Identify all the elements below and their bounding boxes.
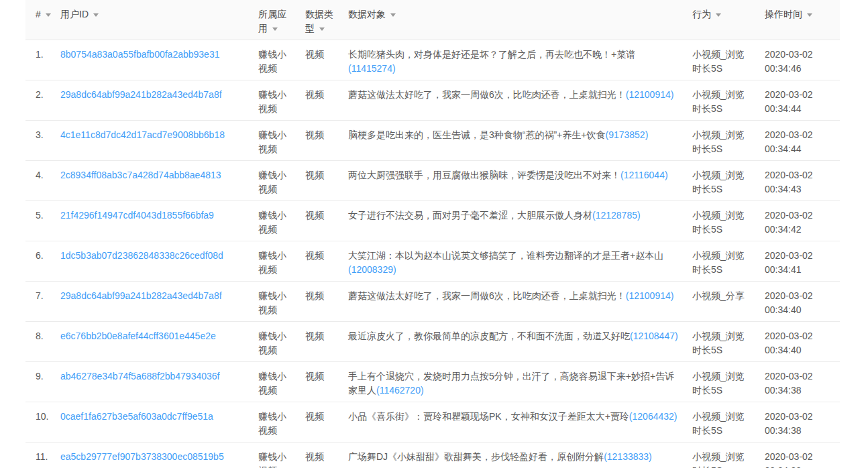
app-name: 赚钱小视频 <box>258 451 286 468</box>
data-object-id-link[interactable]: (9173852) <box>605 129 648 140</box>
data-type: 视频 <box>305 331 324 341</box>
data-type: 视频 <box>305 170 324 180</box>
data-object-cell: 蘑菇这做法太好吃了，我家一周做6次，比吃肉还香，上桌就扫光！(12100914) <box>348 80 692 121</box>
data-object-cell: 大笑江湖：本以为赵本山说英文够搞笑了，谁料旁边翻译的才是王者+赵本山(12008… <box>348 241 692 282</box>
behavior-duration: 时长5S <box>692 62 759 76</box>
user-id-link[interactable]: 0caef1fa627b3e5af603a0dc7ff9e51a <box>60 411 213 422</box>
behavior-cell: 小视频_浏览时长5S <box>692 362 765 402</box>
row-index: 3. <box>25 121 60 161</box>
column-header-data-type[interactable]: 数据类型 <box>305 0 348 40</box>
data-object-id-link[interactable]: (12100914) <box>626 290 674 301</box>
operation-time-cell: 2020-03-0200:34:38 <box>765 362 840 402</box>
app-name: 赚钱小视频 <box>258 250 286 275</box>
column-header-app[interactable]: 所属应用 <box>258 0 305 40</box>
chevron-down-icon[interactable] <box>390 13 396 17</box>
user-id-link[interactable]: 29a8dc64abf99a241b282a43ed4b7a8f <box>60 89 222 100</box>
behavior-duration: 时长5S <box>692 182 759 196</box>
operation-time-cell: 2020-03-0200:34:40 <box>765 282 840 322</box>
data-object-id-link[interactable]: (12064432) <box>629 411 677 422</box>
operation-date: 2020-03-02 <box>765 369 840 384</box>
app-cell: 赚钱小视频 <box>258 322 305 362</box>
data-object-id-link[interactable]: (11462720) <box>376 385 424 396</box>
chevron-down-icon[interactable] <box>272 27 278 31</box>
data-object-text: 长期吃猪头肉，对身体是好还是坏？了解之后，再去吃也不晚！+菜谱 <box>348 49 635 60</box>
user-id-link[interactable]: 1dc5b3ab07d23862848338c26cedf08d <box>60 250 223 261</box>
chevron-down-icon[interactable] <box>93 13 99 17</box>
operation-time: 00:34:41 <box>765 263 840 277</box>
user-id-link[interactable]: 29a8dc64abf99a241b282a43ed4b7a8f <box>60 290 222 301</box>
table-row: 7. 29a8dc64abf99a241b282a43ed4b7a8f 赚钱小视… <box>25 282 840 322</box>
data-object-id-link[interactable]: (12116044) <box>620 170 668 180</box>
user-id-link[interactable]: ea5cb29777ef907b3738300ec08519b5 <box>60 451 224 462</box>
data-object-id-link[interactable]: (12008329) <box>348 264 396 275</box>
user-id-link[interactable]: 4c1e11c8d7dc42d17acd7e9008bb6b18 <box>60 129 225 140</box>
data-type-cell: 视频 <box>305 282 348 322</box>
user-id-cell: 1dc5b3ab07d23862848338c26cedf08d <box>60 241 258 282</box>
user-id-cell: e6c76bb2b0e8afef44cff3601e445e2e <box>60 322 258 362</box>
behavior-label: 小视频_浏览 <box>692 48 759 62</box>
column-header-data-object[interactable]: 数据对象 <box>348 0 692 40</box>
user-behavior-log-page: # 用户ID 所属应用 数据类型 数据对象 行为 操作时间 1. 8b0754a… <box>0 0 868 468</box>
data-object-cell: 小品《喜乐街》：贾玲和瞿颖现场PK，女神和女汉子差距太大+贾玲(12064432… <box>348 402 692 443</box>
data-object-id-link[interactable]: (12100914) <box>626 89 674 100</box>
operation-time: 00:34:38 <box>765 464 840 468</box>
data-type-cell: 视频 <box>305 40 348 80</box>
data-object-id-link[interactable]: (12133833) <box>604 451 652 462</box>
row-index: 6. <box>25 241 60 282</box>
user-id-link[interactable]: 21f4296f14947cdf4043d1855f66bfa9 <box>60 210 214 221</box>
chevron-down-icon[interactable] <box>716 13 721 17</box>
operation-time-cell: 2020-03-0200:34:46 <box>765 40 840 80</box>
data-object-cell: 手上有个退烧穴，发烧时用力点按5分钟，出汗了，高烧容易退下来+妙招+告诉家里人(… <box>348 362 692 402</box>
data-type: 视频 <box>305 290 324 301</box>
operation-date: 2020-03-02 <box>765 88 840 102</box>
operation-date: 2020-03-02 <box>765 168 840 182</box>
operation-time-cell: 2020-03-0200:34:40 <box>765 322 840 362</box>
data-object-text: 两位大厨强强联手，用豆腐做出猴脑味，评委愣是没吃出不对来！ <box>348 170 620 180</box>
row-index: 7. <box>25 282 60 322</box>
data-type-cell: 视频 <box>305 121 348 161</box>
user-id-cell: 0caef1fa627b3e5af603a0dc7ff9e51a <box>60 402 258 443</box>
behavior-label: 小视频_浏览 <box>692 249 759 263</box>
operation-time-cell: 2020-03-0200:34:44 <box>765 121 840 161</box>
user-id-cell: 2c8934ff08ab3c7a428d74abb8ae4813 <box>60 161 258 201</box>
data-object-cell: 蘑菇这做法太好吃了，我家一周做6次，比吃肉还香，上桌就扫光！(12100914) <box>348 282 692 322</box>
chevron-down-icon[interactable] <box>807 13 812 17</box>
operation-time-cell: 2020-03-0200:34:43 <box>765 161 840 201</box>
column-header-behavior[interactable]: 行为 <box>692 0 765 40</box>
data-object-id-link[interactable]: (12128785) <box>592 210 641 221</box>
row-index: 10. <box>25 402 60 443</box>
chevron-down-icon[interactable] <box>46 13 51 17</box>
operation-date: 2020-03-02 <box>765 249 840 263</box>
user-id-link[interactable]: 8b0754a83a0a55fbafb00fa2abb93e31 <box>60 49 219 60</box>
row-index: 9. <box>25 362 60 402</box>
column-header-op-time[interactable]: 操作时间 <box>765 0 840 40</box>
behavior-log-table: # 用户ID 所属应用 数据类型 数据对象 行为 操作时间 1. 8b0754a… <box>25 0 840 468</box>
user-id-link[interactable]: 2c8934ff08ab3c7a428d74abb8ae4813 <box>60 170 221 180</box>
behavior-duration: 时长5S <box>692 343 759 357</box>
chevron-down-icon[interactable] <box>319 27 325 31</box>
operation-time: 00:34:44 <box>765 142 840 156</box>
column-header-user-id[interactable]: 用户ID <box>60 0 258 40</box>
user-id-link[interactable]: e6c76bb2b0e8afef44cff3601e445e2e <box>60 331 216 341</box>
data-object-text: 女子进行不法交易，面对男子毫不羞涩，大胆展示傲人身材 <box>348 210 592 221</box>
behavior-duration: 时长5S <box>692 223 759 237</box>
user-id-link[interactable]: ab46278e34b74f5a688f2bb47934036f <box>60 371 219 382</box>
app-name: 赚钱小视频 <box>258 411 286 436</box>
data-object-cell: 长期吃猪头肉，对身体是好还是坏？了解之后，再去吃也不晚！+菜谱(11415274… <box>348 40 692 80</box>
column-header-index[interactable]: # <box>25 0 60 40</box>
data-type-cell: 视频 <box>305 322 348 362</box>
user-id-cell: 4c1e11c8d7dc42d17acd7e9008bb6b18 <box>60 121 258 161</box>
data-object-id-link[interactable]: (12108447) <box>630 331 678 341</box>
data-object-text: 广场舞DJ《小妹甜甜》歌甜舞美，步伐轻盈好看，原创附分解 <box>348 451 604 462</box>
row-index: 8. <box>25 322 60 362</box>
column-label: 数据对象 <box>348 9 386 19</box>
behavior-cell: 小视频_浏览时长5S <box>692 443 765 468</box>
table-row: 5. 21f4296f14947cdf4043d1855f66bfa9 赚钱小视… <box>25 201 840 241</box>
data-type-cell: 视频 <box>305 241 348 282</box>
behavior-cell: 小视频_浏览时长5S <box>692 402 765 443</box>
behavior-label: 小视频_浏览 <box>692 410 759 424</box>
data-object-id-link[interactable]: (11415274) <box>348 63 396 74</box>
operation-time-cell: 2020-03-0200:34:41 <box>765 241 840 282</box>
data-type-cell: 视频 <box>305 362 348 402</box>
behavior-duration: 时长5S <box>692 263 759 277</box>
